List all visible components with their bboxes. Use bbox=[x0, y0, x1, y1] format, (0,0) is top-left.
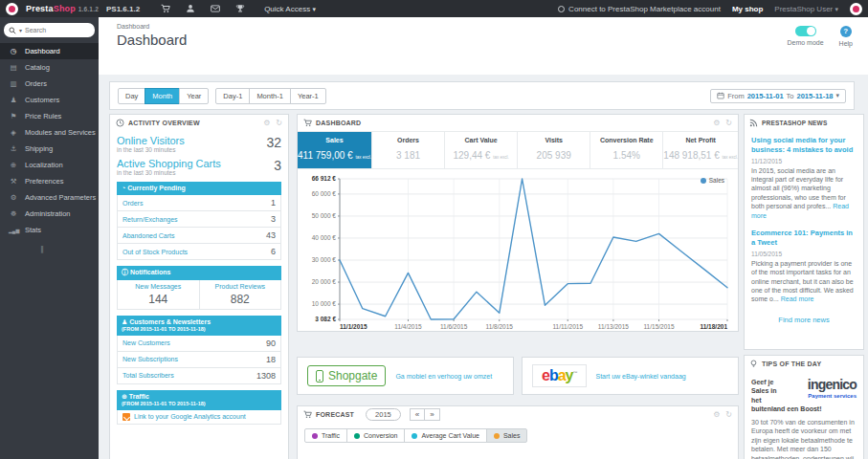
sidebar-item-customers[interactable]: ♟Customers bbox=[0, 92, 99, 108]
ebay-link[interactable]: Start uw eBay-winkel vandaag bbox=[596, 373, 694, 380]
orders-icon: ▥ bbox=[9, 79, 18, 88]
search-input[interactable] bbox=[25, 27, 78, 33]
news-article-excerpt: Picking a payment provider is one of the… bbox=[751, 259, 857, 304]
sidebar-item-catalog[interactable]: ▤Catalog bbox=[0, 59, 99, 76]
abandoned-carts-row[interactable]: Abandoned Carts43 bbox=[117, 228, 281, 244]
kpi-sales[interactable]: Sales 411 759,00 € tax excl. bbox=[298, 132, 372, 168]
gear-icon[interactable]: ⚙ bbox=[713, 119, 720, 127]
demo-mode-toggle[interactable] bbox=[795, 26, 816, 36]
sidebar-item-shipping[interactable]: ⚓Shipping bbox=[0, 141, 99, 157]
admin-gear-icon: ☸ bbox=[9, 209, 18, 218]
svg-text:11/18/201: 11/18/201 bbox=[700, 323, 727, 330]
sidebar-search[interactable]: ▾ bbox=[4, 23, 95, 37]
new-customers-row[interactable]: New Customers90 bbox=[117, 336, 281, 352]
forecast-next-button[interactable]: » bbox=[424, 408, 439, 421]
filter-month-button[interactable]: Month bbox=[145, 88, 180, 104]
ebay-logo[interactable]: ebay™ bbox=[532, 364, 587, 387]
new-messages-cell[interactable]: New Messages144 bbox=[118, 280, 199, 309]
sidebar-item-preferences[interactable]: ⚒Preferences bbox=[0, 173, 99, 189]
kpi-orders[interactable]: Orders 3 181 bbox=[372, 132, 445, 168]
ps-version: PS1.6.1.2 bbox=[106, 5, 140, 13]
shopgate-logo[interactable]: Shopgate bbox=[307, 365, 386, 386]
toggle-sales[interactable]: Sales bbox=[486, 428, 528, 443]
svg-text:60 000 €: 60 000 € bbox=[312, 190, 337, 197]
filter-day-1-button[interactable]: Day-1 bbox=[215, 88, 250, 104]
prestashop-news-panel: PRESTASHOP NEWS Using social media for y… bbox=[744, 114, 864, 350]
filter-year-button[interactable]: Year bbox=[179, 88, 209, 104]
sidebar-item-advanced-parameters[interactable]: ⚙Advanced Parameters bbox=[0, 189, 99, 206]
dashboard-cart-icon bbox=[303, 119, 312, 127]
gear-icon[interactable]: ⚙ bbox=[263, 119, 270, 127]
google-analytics-row[interactable]: Link to your Google Analytics account bbox=[117, 410, 281, 425]
product-reviews-cell[interactable]: Product Reviews882 bbox=[199, 280, 281, 309]
svg-text:50 000 €: 50 000 € bbox=[312, 212, 337, 219]
brand[interactable]: PrestaShop 1.6.1.2 bbox=[26, 4, 99, 13]
toggle-conversion[interactable]: Conversion bbox=[346, 428, 405, 443]
toggle-traffic[interactable]: Traffic bbox=[304, 428, 347, 443]
out-of-stock-row[interactable]: Out of Stock Products6 bbox=[117, 244, 281, 260]
read-more-link[interactable]: Read more bbox=[781, 295, 814, 302]
kpi-visits[interactable]: Visits 205 939 bbox=[518, 132, 590, 168]
my-shop-link[interactable]: My shop bbox=[732, 5, 763, 13]
refresh-icon[interactable]: ↻ bbox=[725, 119, 732, 127]
user-avatar[interactable] bbox=[850, 3, 862, 15]
sidebar-item-price-rules[interactable]: ⚑Price Rules bbox=[0, 108, 99, 124]
kpi-conversion-rate[interactable]: Conversion Rate 1.54% bbox=[590, 132, 663, 168]
news-article-title[interactable]: Ecommerce 101: Payments in a Tweet bbox=[751, 229, 857, 248]
filter-month-1-button[interactable]: Month-1 bbox=[249, 88, 291, 104]
gear-icon[interactable]: ⚙ bbox=[713, 410, 720, 419]
svg-text:11/1/2015: 11/1/2015 bbox=[340, 323, 367, 330]
trophy-icon[interactable] bbox=[235, 4, 245, 13]
user-menu[interactable]: PrestaShop User ▾ bbox=[774, 5, 838, 13]
cart-icon[interactable] bbox=[161, 4, 170, 13]
sidebar-item-localization[interactable]: ⊕Localization bbox=[0, 157, 99, 173]
rss-icon bbox=[749, 119, 758, 127]
sidebar-item-orders[interactable]: ▥Orders bbox=[0, 76, 99, 92]
svg-text:40 000 €: 40 000 € bbox=[312, 234, 337, 241]
refresh-icon[interactable]: ↻ bbox=[276, 119, 282, 127]
help-icon[interactable]: ? bbox=[840, 26, 852, 37]
ebay-module-card: ebay™ Start uw eBay-winkel vandaag bbox=[522, 357, 739, 395]
ingenico-logo[interactable]: ingenico Payment services bbox=[784, 378, 857, 401]
sidebar-nav: ◷Dashboard ▤Catalog ▥Orders ♟Customers ⚑… bbox=[0, 43, 99, 238]
active-carts-row: 3 Active Shopping Carts in the last 30 m… bbox=[117, 158, 281, 176]
pending-returns-row[interactable]: Return/Exchanges3 bbox=[117, 211, 281, 228]
search-scope-caret[interactable]: ▾ bbox=[19, 27, 22, 33]
prestashop-logo[interactable] bbox=[6, 3, 18, 15]
modules-icon: ◈ bbox=[9, 128, 18, 137]
refresh-icon[interactable]: ↻ bbox=[725, 410, 732, 419]
chevron-down-icon: ▾ bbox=[835, 92, 839, 99]
new-subscriptions-row[interactable]: New Subscriptions18 bbox=[117, 352, 281, 368]
menu-collapse-button[interactable]: ∥ bbox=[40, 245, 46, 253]
total-subscribers-row[interactable]: Total Subscribers1308 bbox=[117, 368, 281, 384]
sidebar-item-dashboard[interactable]: ◷Dashboard bbox=[0, 43, 99, 59]
online-visitors-link[interactable]: Online Visitors bbox=[117, 135, 281, 146]
pending-orders-row[interactable]: Orders1 bbox=[117, 195, 281, 211]
sidebar-item-administration[interactable]: ☸Administration bbox=[0, 206, 99, 222]
shopgate-link[interactable]: Ga mobiel en verhoog uw omzet bbox=[395, 373, 500, 380]
date-filter-bar: Day Month Year Day-1 Month-1 Year-1 From… bbox=[109, 81, 855, 110]
sidebar-item-stats[interactable]: ▂▄▆Stats bbox=[0, 222, 99, 238]
truck-icon: ⚓ bbox=[9, 144, 18, 153]
quick-access-menu[interactable]: Quick Access ▾ bbox=[264, 5, 316, 13]
info-icon: ⓘ bbox=[122, 269, 130, 275]
kpi-cart-value[interactable]: Cart Value 129,44 € tax excl. bbox=[445, 132, 518, 168]
messages-icon[interactable] bbox=[211, 4, 220, 13]
breadcrumb[interactable]: Dashboard bbox=[117, 23, 149, 30]
marketplace-connect-link[interactable]: Connect to PrestaShop Marketplace accoun… bbox=[558, 5, 721, 13]
filter-year-1-button[interactable]: Year-1 bbox=[290, 88, 326, 104]
date-range-picker[interactable]: From2015-11-01 To2015-11-18 ▾ bbox=[710, 89, 846, 103]
toggle-average-cart-value[interactable]: Average Cart Value bbox=[404, 428, 486, 443]
shopgate-module-card: Shopgate Ga mobiel en verhoog uw omzet bbox=[297, 357, 514, 395]
panel-title: DASHBOARD bbox=[316, 120, 361, 126]
kpi-row: Sales 411 759,00 € tax excl. Orders 3 18… bbox=[298, 131, 738, 169]
forecast-prev-button[interactable]: « bbox=[410, 408, 425, 421]
active-carts-link[interactable]: Active Shopping Carts bbox=[117, 158, 281, 169]
find-more-news-link[interactable]: Find more news bbox=[745, 316, 863, 324]
online-visitors-row: 32 Online Visitors in the last 30 minute… bbox=[117, 135, 281, 153]
news-article-title[interactable]: Using social media for your business: 4 … bbox=[751, 136, 857, 155]
kpi-net-profit[interactable]: Net Profit 148 918,51 € tax excl. bbox=[663, 132, 738, 168]
sidebar-item-modules[interactable]: ◈Modules and Services bbox=[0, 124, 99, 141]
employee-icon[interactable] bbox=[186, 4, 195, 13]
filter-day-button[interactable]: Day bbox=[118, 88, 145, 104]
